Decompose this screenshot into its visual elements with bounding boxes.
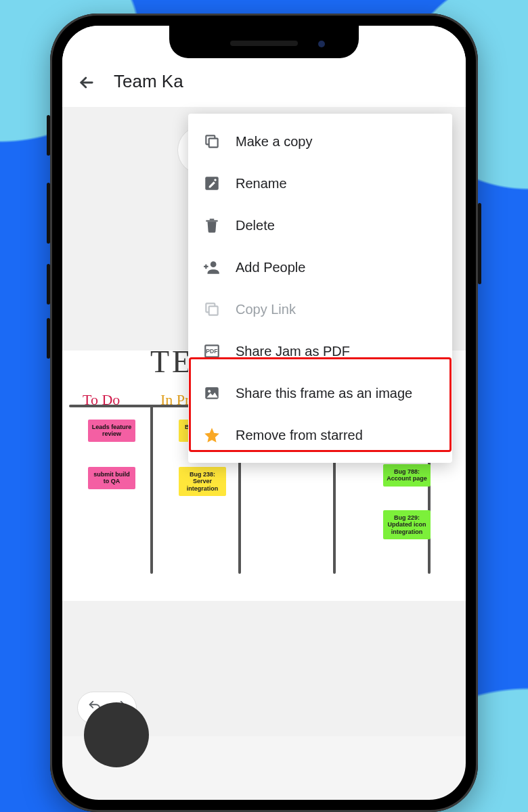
image-icon	[203, 384, 221, 402]
menu-item-label: Remove from starred	[236, 428, 363, 443]
menu-item-label: Share this frame as an image	[236, 386, 412, 401]
page-title: Team Ka	[114, 71, 183, 92]
menu-item-share-pdf[interactable]: PDF Share Jam as PDF	[188, 330, 452, 372]
svg-point-2	[211, 261, 217, 267]
menu-item-label: Delete	[236, 218, 275, 233]
menu-item-label: Share Jam as PDF	[236, 344, 350, 359]
menu-item-label: Add People	[236, 260, 305, 275]
sticky-note[interactable]: submit build to QA	[88, 467, 135, 489]
trash-icon	[203, 217, 221, 234]
copy-link-icon	[203, 300, 221, 318]
svg-rect-3	[209, 307, 218, 315]
menu-item-add-people[interactable]: Add People	[188, 246, 452, 288]
star-icon	[203, 426, 221, 444]
svg-text:PDF: PDF	[206, 348, 217, 355]
svg-point-7	[208, 390, 211, 392]
sticky-note[interactable]: Leads feature review	[88, 420, 135, 442]
board-line	[150, 405, 153, 574]
phone-notch	[169, 26, 359, 58]
add-person-icon	[203, 258, 221, 276]
svg-rect-0	[209, 139, 218, 148]
sticky-note[interactable]: Bug 229: Updated icon integration	[383, 510, 431, 539]
menu-item-delete[interactable]: Delete	[188, 204, 452, 246]
menu-item-label: Rename	[236, 176, 287, 191]
menu-item-share-image[interactable]: Share this frame as an image	[188, 372, 452, 414]
phone-screen: Team Ka TEA To Do In Pr Leads feature re…	[62, 26, 466, 800]
phone-frame: Team Ka TEA To Do In Pr Leads feature re…	[50, 14, 478, 812]
menu-item-rename[interactable]: Rename	[188, 162, 452, 204]
menu-item-make-copy[interactable]: Make a copy	[188, 120, 452, 162]
phone-side-button	[47, 318, 50, 359]
copy-icon	[203, 133, 221, 150]
sticky-note[interactable]: Bug 238: Server integration	[179, 467, 226, 496]
tool-circle[interactable]	[84, 702, 149, 767]
menu-item-remove-starred[interactable]: Remove from starred	[188, 414, 452, 456]
phone-side-button	[47, 115, 50, 156]
menu-item-copy-link: Copy Link	[188, 288, 452, 330]
pdf-icon: PDF	[203, 342, 221, 360]
menu-item-label: Copy Link	[236, 302, 296, 317]
edit-icon	[203, 175, 221, 192]
menu-item-label: Make a copy	[236, 134, 312, 150]
sticky-note[interactable]: Bug 788: Account page	[383, 464, 431, 487]
overflow-menu: Make a copy Rename Delete Add People	[188, 114, 452, 463]
phone-side-button	[47, 264, 50, 304]
back-arrow-icon[interactable]	[77, 73, 96, 92]
